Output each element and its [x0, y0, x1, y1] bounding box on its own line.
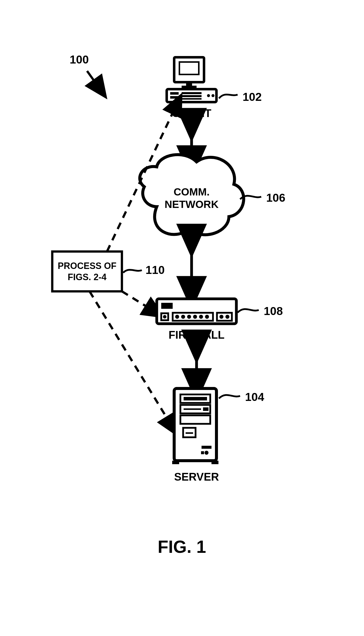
svg-rect-33: [184, 408, 201, 410]
svg-rect-11: [182, 98, 202, 100]
svg-rect-7: [170, 92, 179, 95]
svg-rect-42: [212, 461, 218, 464]
process-label-2: FIGS. 2-4: [68, 272, 106, 282]
process-box: PROCESS OF FIGS. 2-4: [52, 251, 122, 291]
svg-rect-34: [203, 407, 208, 411]
svg-rect-40: [201, 451, 204, 454]
svg-rect-31: [184, 397, 207, 400]
svg-rect-4: [186, 82, 192, 86]
svg-rect-26: [217, 313, 232, 321]
svg-rect-14: [52, 251, 122, 291]
network-label-1: COMM.: [174, 186, 210, 198]
client-ref: 102: [242, 90, 262, 103]
svg-rect-16: [161, 303, 173, 309]
network-cloud-icon: COMM. NETWORK: [140, 155, 244, 235]
firewall-label: FIREWALL: [169, 329, 225, 341]
svg-point-24: [199, 315, 203, 319]
svg-point-39: [204, 451, 208, 455]
network-label-2: NETWORK: [165, 198, 219, 210]
svg-rect-38: [202, 446, 212, 449]
lead-line-104: [219, 395, 240, 398]
svg-point-27: [220, 315, 224, 319]
figure-ref-100: 100: [70, 53, 100, 88]
server-ref: 104: [245, 391, 264, 403]
figure-caption: FIG. 1: [158, 537, 206, 556]
svg-point-21: [181, 315, 185, 319]
svg-rect-10: [182, 95, 202, 97]
svg-rect-3: [180, 63, 198, 74]
svg-point-20: [175, 315, 179, 319]
firewall-ref: 108: [264, 304, 283, 317]
lead-line-108: [238, 309, 259, 312]
process-ref: 110: [146, 263, 165, 276]
lead-line-102: [219, 95, 238, 98]
svg-point-28: [226, 315, 230, 319]
svg-rect-35: [180, 415, 210, 424]
svg-point-22: [187, 315, 191, 319]
svg-point-23: [193, 315, 197, 319]
lead-line-110: [123, 270, 142, 273]
svg-point-12: [207, 94, 210, 97]
svg-point-25: [205, 315, 209, 319]
figure-ref-100-text: 100: [70, 53, 89, 66]
svg-rect-5: [182, 86, 196, 88]
client-label: CLIENT: [172, 107, 212, 119]
firewall-icon: [157, 299, 236, 324]
svg-line-0: [87, 71, 100, 88]
client-icon: [167, 57, 216, 102]
svg-rect-8: [170, 96, 179, 99]
process-label-1: PROCESS OF: [58, 261, 116, 271]
svg-rect-9: [182, 92, 202, 94]
network-ref: 106: [266, 191, 286, 204]
svg-point-18: [163, 315, 166, 319]
svg-rect-41: [172, 461, 179, 464]
dashed-arrow-to-firewall: [122, 291, 154, 311]
svg-rect-37: [186, 432, 193, 434]
svg-point-13: [212, 94, 214, 97]
server-icon: [172, 389, 218, 464]
server-label: SERVER: [174, 471, 219, 483]
